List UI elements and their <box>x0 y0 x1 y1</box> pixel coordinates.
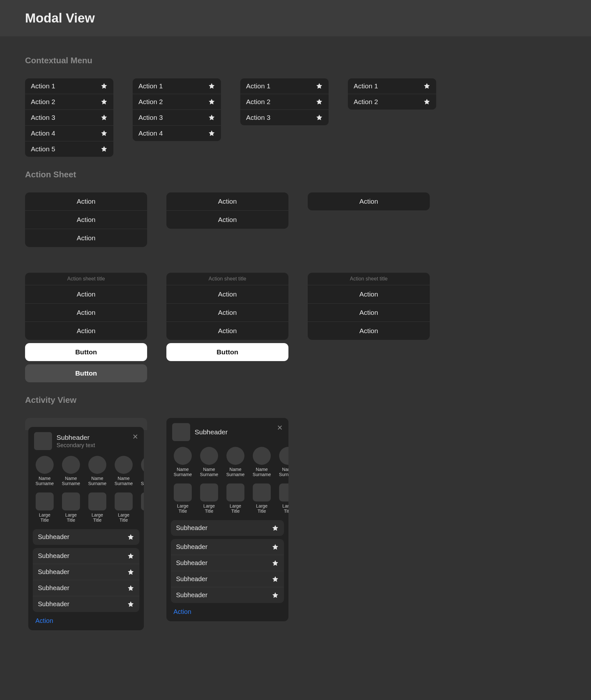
action-sheet-item[interactable]: Action <box>25 304 147 322</box>
app-icon <box>88 493 106 510</box>
action-sheet-item[interactable]: Action <box>25 285 147 304</box>
star-icon <box>208 114 215 121</box>
person-name: NameSurname <box>36 476 54 486</box>
action-row[interactable]: Subheader <box>171 555 284 571</box>
person-item[interactable]: NameSurname <box>225 447 246 477</box>
action-row[interactable]: Subheader <box>33 529 139 545</box>
avatar <box>226 447 245 465</box>
person-item[interactable]: NameSurname <box>139 456 144 486</box>
action-row[interactable]: Subheader <box>33 596 139 612</box>
footer-action-link[interactable]: Action <box>167 603 288 617</box>
star-icon <box>127 585 134 592</box>
close-icon[interactable]: ✕ <box>132 433 138 441</box>
app-icon <box>36 493 54 510</box>
star-icon <box>316 82 323 89</box>
footer-action-link[interactable]: Action <box>28 612 144 626</box>
app-item[interactable]: LargeTitle <box>113 493 134 523</box>
action-sheet-item[interactable]: Action <box>167 192 288 211</box>
action-row-label: Subheader <box>38 584 69 592</box>
person-item[interactable]: NameSurname <box>277 447 288 477</box>
app-item[interactable]: LargeTitle <box>277 484 288 514</box>
action-row[interactable]: Subheader <box>171 571 284 587</box>
app-item[interactable]: LargeTitle <box>139 493 144 523</box>
action-sheet-item[interactable]: Action <box>308 192 430 210</box>
person-name: NameSurname <box>174 467 192 477</box>
secondary-button[interactable]: Button <box>25 364 147 382</box>
action-sheet-item[interactable]: Action <box>167 211 288 229</box>
star-icon <box>208 130 215 137</box>
contextual-menu: Action 1Action 2Action 3 <box>240 78 329 125</box>
page-header: Modal View <box>0 0 591 36</box>
contextual-menu-item[interactable]: Action 3 <box>240 110 329 125</box>
contextual-menu-item[interactable]: Action 3 <box>25 110 113 126</box>
action-row[interactable]: Subheader <box>171 520 284 536</box>
star-icon <box>272 525 279 532</box>
section-activity-view: Activity View <box>25 395 566 405</box>
person-item[interactable]: NameSurname <box>198 447 220 477</box>
action-sheet-item[interactable]: Action <box>25 229 147 247</box>
star-icon <box>272 560 279 567</box>
contextual-menu-item[interactable]: Action 5 <box>25 141 113 157</box>
action-row[interactable]: Subheader <box>33 548 139 564</box>
app-item[interactable]: LargeTitle <box>172 484 193 514</box>
action-sheet-item[interactable]: Action <box>308 322 430 340</box>
primary-button[interactable]: Button <box>25 343 147 361</box>
person-item[interactable]: NameSurname <box>172 447 193 477</box>
action-sheet: ActionAction <box>167 192 288 229</box>
action-row[interactable]: Subheader <box>171 587 284 603</box>
contextual-menu-item[interactable]: Action 4 <box>133 126 221 141</box>
action-sheet-item[interactable]: Action <box>167 304 288 322</box>
contextual-menu-item[interactable]: Action 2 <box>348 94 436 110</box>
menu-item-label: Action 3 <box>138 114 163 121</box>
action-sheet-item[interactable]: Action <box>308 304 430 322</box>
app-item[interactable]: LargeTitle <box>198 484 220 514</box>
action-sheet-column: Action sheet titleActionActionActionButt… <box>25 273 147 382</box>
header-title: Subheader <box>57 434 138 441</box>
action-sheet-item[interactable]: Action <box>308 285 430 304</box>
person-item[interactable]: NameSurname <box>113 456 134 486</box>
person-item[interactable]: NameSurname <box>60 456 82 486</box>
action-sheet-item[interactable]: Action <box>25 211 147 229</box>
app-icon <box>174 484 192 502</box>
app-item[interactable]: LargeTitle <box>87 493 108 523</box>
primary-button[interactable]: Button <box>167 343 288 361</box>
app-item[interactable]: LargeTitle <box>225 484 246 514</box>
star-icon <box>208 82 215 89</box>
person-name: NameSurname <box>141 476 144 486</box>
action-row[interactable]: Subheader <box>33 564 139 580</box>
person-item[interactable]: NameSurname <box>34 456 55 486</box>
contextual-menu-item[interactable]: Action 2 <box>240 94 329 110</box>
contextual-menu-item[interactable]: Action 1 <box>240 78 329 94</box>
person-item[interactable]: NameSurname <box>87 456 108 486</box>
action-sheet-item[interactable]: Action <box>167 322 288 340</box>
action-row-label: Subheader <box>176 591 207 599</box>
action-sheet-item[interactable]: Action <box>167 285 288 304</box>
close-icon[interactable]: ✕ <box>277 424 283 432</box>
person-name: NameSurname <box>115 476 133 486</box>
contextual-menu-item[interactable]: Action 2 <box>25 94 113 110</box>
star-icon <box>208 98 215 105</box>
app-item[interactable]: LargeTitle <box>251 484 272 514</box>
avatar <box>279 447 288 465</box>
action-sheet-item[interactable]: Action <box>25 322 147 340</box>
app-item[interactable]: LargeTitle <box>34 493 55 523</box>
activity-view-card: Subheader✕NameSurnameNameSurnameNameSurn… <box>167 418 288 621</box>
avatar <box>115 456 133 474</box>
app-icon <box>279 484 288 502</box>
action-sheet: Action sheet titleActionActionAction <box>167 273 288 340</box>
action-sheet-item[interactable]: Action <box>25 192 147 211</box>
contextual-menu-item[interactable]: Action 1 <box>25 78 113 94</box>
contextual-menu-item[interactable]: Action 3 <box>133 110 221 126</box>
person-item[interactable]: NameSurname <box>251 447 272 477</box>
contextual-menu-item[interactable]: Action 4 <box>25 126 113 141</box>
app-title: LargeTitle <box>256 503 268 514</box>
contextual-menu-item[interactable]: Action 1 <box>348 78 436 94</box>
action-sheet: Action <box>308 192 430 210</box>
contextual-menu-item[interactable]: Action 2 <box>133 94 221 110</box>
action-sheet-title: Action sheet title <box>25 273 147 285</box>
contextual-menu-item[interactable]: Action 1 <box>133 78 221 94</box>
app-item[interactable]: LargeTitle <box>60 493 82 523</box>
action-sheet: Action sheet titleActionActionAction <box>25 273 147 340</box>
action-row[interactable]: Subheader <box>171 539 284 555</box>
action-row[interactable]: Subheader <box>33 580 139 596</box>
